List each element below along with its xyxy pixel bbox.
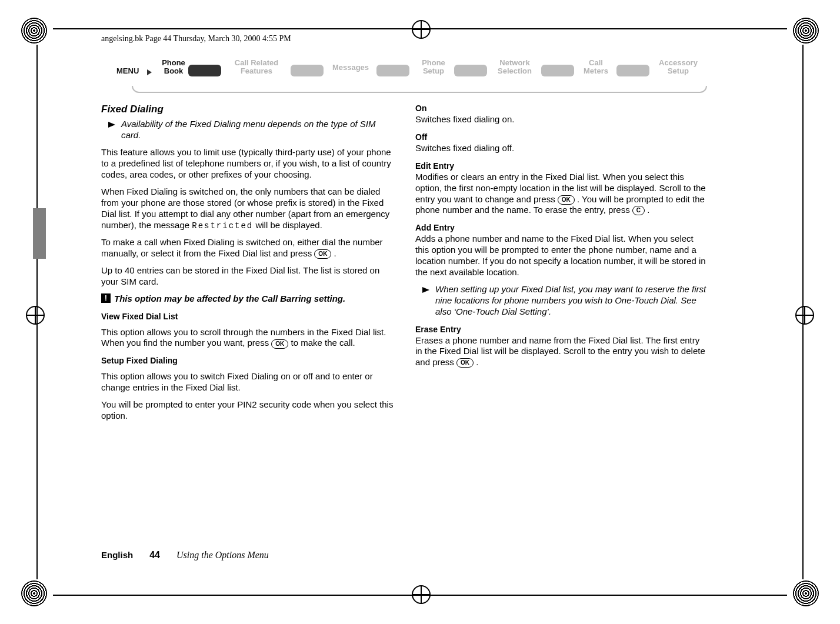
print-disc-icon [21,580,47,606]
pointing-hand-icon [415,284,432,296]
paragraph: Adds a phone number and name to the Fixe… [415,233,708,278]
footer-language: English [101,550,133,560]
registration-mark-icon [412,20,431,39]
left-column: Fixed Dialing Availability of the Fixed … [101,104,394,428]
ok-key-icon: OK [456,358,474,368]
ribbon-item-line1: Call Related [235,58,278,67]
ribbon-item-call-related: Call Related Features [224,59,289,75]
ribbon-item-phone-setup: Phone Setup [413,59,454,75]
subhead-erase-entry: Erase Entry [415,325,708,334]
ribbon-segment [616,65,649,76]
ribbon-item-accessory-setup: Accessory Setup [652,59,705,75]
body-columns: Fixed Dialing Availability of the Fixed … [101,104,740,428]
warning-text: This option may be affected by the Call … [114,293,345,305]
note-text: Availability of the Fixed Dialing menu d… [121,119,394,141]
print-disc-icon [793,580,819,606]
ribbon-item-line1: Accessory [659,58,698,67]
ribbon-item-line1: Call [589,58,603,67]
registration-mark-icon [795,306,814,325]
ribbon-item-network-selection: Network Selection [488,59,541,75]
ribbon-segment [454,65,487,76]
ribbon-item-line2: Features [241,66,272,75]
menu-label: MENU [116,67,139,75]
paragraph: This option allows you to switch Fixed D… [101,371,394,393]
footer-section-title: Using the Options Menu [176,550,269,560]
side-thumb-tab [33,208,46,259]
ribbon-item-line1: Network [499,58,529,67]
text-run: to make the call. [291,338,355,348]
ribbon-segment [376,65,409,76]
subhead-add-entry: Add Entry [415,223,708,232]
subhead-setup-fixed: Setup Fixed Dialing [101,356,394,365]
print-disc-icon [793,18,819,44]
pointing-hand-icon [101,119,118,131]
ribbon-item-line2: Setup [423,66,444,75]
print-rule [36,45,38,579]
note-text: When setting up your Fixed Dial list, yo… [435,284,708,318]
c-key-icon: C [632,206,645,215]
ribbon-item-call-meters: Call Meters [576,59,615,75]
subhead-edit-entry: Edit Entry [415,161,708,171]
ribbon-segment [541,65,574,76]
print-disc-icon [21,18,47,44]
exclamation-icon: ! [101,293,111,303]
ribbon-segment [188,65,221,76]
print-rule [53,28,787,29]
paragraph: Switches fixed dialing on. [415,114,708,125]
paragraph: This option allows you to scroll through… [101,327,394,349]
registration-mark-icon [26,306,45,325]
menu-ribbon: MENU Phone Book Call Related Features Me… [116,59,722,92]
text-run: . [334,248,336,258]
section-title: Fixed Dialing [101,104,394,115]
ribbon-segment [291,65,324,76]
paragraph: This feature allows you to limit use (ty… [101,147,394,181]
ribbon-item-line2: Selection [498,66,532,75]
running-header: angelsing.bk Page 44 Thursday, March 30,… [101,34,291,44]
ok-key-icon: OK [314,249,331,259]
paragraph: Switches fixed dialing off. [415,143,708,154]
subhead-on: On [415,104,708,113]
text-run: . [647,205,649,215]
right-column: On Switches fixed dialing on. Off Switch… [415,104,708,428]
print-rule [53,595,787,596]
ribbon-item-line1: Phone [162,58,185,67]
subhead-view-list: View Fixed Dial List [101,312,394,321]
code-text: Restricted [192,221,253,231]
text-run: To make a call when Fixed Dialing is swi… [101,237,383,258]
ok-key-icon: OK [271,339,288,349]
ribbon-item-line2: Setup [668,66,689,75]
ribbon-item-messages: Messages [326,64,375,72]
menu-arrow-icon [147,69,152,75]
paragraph: You will be prompted to enter your PIN2 … [101,399,394,422]
paragraph: Up to 40 entries can be stored in the Fi… [101,265,394,288]
warning-call-barring: ! This option may be affected by the Cal… [101,293,394,305]
ribbon-item-line2: Meters [584,66,608,75]
text-run: will be displayed. [255,220,322,230]
ribbon-item-phone-book: Phone Book [154,59,193,75]
ok-key-icon: OK [558,195,575,205]
note-one-touch: When setting up your Fixed Dial list, yo… [415,284,708,318]
ribbon-item-line1: Phone [422,58,445,67]
text-run: . [476,357,478,367]
page-footer: English 44 Using the Options Menu [101,550,269,560]
ribbon-underline [132,86,707,93]
note-availability: Availability of the Fixed Dialing menu d… [101,119,394,141]
paragraph: Erases a phone number and name from the … [415,335,708,369]
ribbon-item-line1: Messages [332,63,369,72]
paragraph: When Fixed Dialing is switched on, the o… [101,186,394,231]
ribbon-item-line2: Book [164,66,184,75]
paragraph: Modifies or clears an entry in the Fixed… [415,172,708,216]
paragraph: To make a call when Fixed Dialing is swi… [101,237,394,259]
subhead-off: Off [415,132,708,142]
footer-page-number: 44 [149,550,160,560]
print-rule [802,45,804,579]
